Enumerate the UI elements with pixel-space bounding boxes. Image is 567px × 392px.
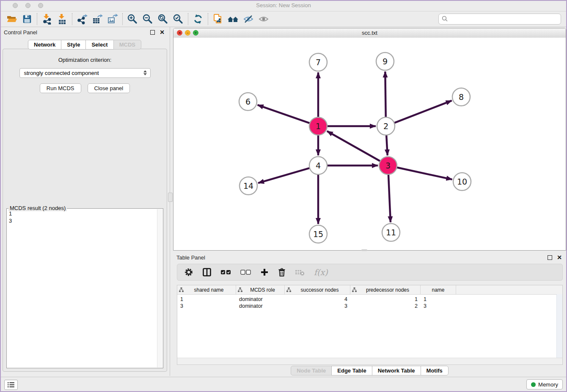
tab-network-table[interactable]: Network Table [372, 366, 421, 375]
graph-edge-4-14[interactable] [258, 168, 311, 183]
column-header-successor-nodes[interactable]: successor nodes [285, 285, 350, 294]
tab-node-table[interactable]: Node Table [291, 366, 332, 375]
task-history-button[interactable] [4, 380, 18, 390]
splitter-grip[interactable] [168, 193, 173, 202]
add-column-button[interactable] [260, 268, 269, 276]
close-panel-button[interactable]: Close panel [88, 83, 130, 93]
zoom-selected-button[interactable] [171, 13, 186, 25]
graph-edge-1-6[interactable] [258, 105, 311, 124]
zoom-out-icon [142, 14, 153, 25]
graph-edge-2-9[interactable] [385, 72, 385, 118]
import-table-button[interactable] [55, 13, 70, 25]
network-maximize-button[interactable]: + [193, 30, 198, 36]
toolbar-separator [122, 13, 123, 25]
table-cell[interactable]: 3 [285, 303, 350, 309]
table-cell[interactable]: 2 [350, 303, 421, 309]
table-cell[interactable]: 4 [285, 296, 350, 302]
open-folder-icon [6, 14, 17, 25]
mcds-result-text[interactable]: 1 3 [9, 210, 157, 367]
function-builder-button[interactable]: f(x) [314, 268, 328, 277]
window-minimize-button[interactable] [25, 3, 30, 8]
delete-table-button[interactable] [295, 268, 305, 276]
graph-edge-2-8[interactable] [394, 101, 452, 123]
refresh-icon [193, 14, 204, 25]
network-graph: 7968124314101511 [173, 38, 566, 250]
hide-selected-button[interactable] [241, 13, 256, 25]
table-vertical-scrollbar[interactable] [556, 294, 562, 358]
graph-node-label: 10 [457, 177, 467, 186]
tab-mcds[interactable]: MCDS [113, 40, 141, 50]
memory-button[interactable]: Memory [526, 379, 563, 389]
table-row: 1dominator411 [177, 296, 562, 303]
graph-node-label: 2 [383, 121, 388, 131]
window-zoom-button[interactable] [38, 3, 43, 8]
zoom-selected-icon [173, 14, 184, 25]
graph-edge-2-3[interactable] [386, 134, 388, 155]
network-window-titlebar[interactable]: ✕ − + scc.txt [173, 28, 566, 38]
table-cell[interactable]: dominator [236, 296, 285, 302]
horizontal-splitter-grip[interactable] [361, 249, 367, 251]
columns-icon [202, 268, 212, 277]
window-close-button[interactable] [13, 3, 18, 8]
column-header-name[interactable]: name [421, 285, 456, 294]
table-cell[interactable]: dominator [236, 303, 285, 309]
show-all-button[interactable] [256, 13, 271, 25]
tab-edge-table[interactable]: Edge Table [331, 366, 372, 375]
table-toolbar: f(x) [177, 264, 563, 281]
table-cell[interactable]: 3 [421, 303, 456, 309]
column-header-shared-name[interactable]: shared name [177, 285, 236, 294]
tab-select[interactable]: Select [85, 40, 113, 50]
export-network-button[interactable] [74, 13, 90, 25]
column-header-predecessor-nodes[interactable]: predecessor nodes [350, 285, 421, 294]
delete-column-button[interactable] [278, 268, 286, 277]
search-input[interactable] [438, 14, 561, 25]
table-cell[interactable]: 1 [177, 296, 236, 302]
titlebar: Session: New Session [0, 0, 567, 11]
table-cell[interactable]: 1 [350, 296, 421, 302]
deselect-all-button[interactable] [240, 269, 251, 275]
table-settings-button[interactable] [184, 268, 193, 277]
graph-node-label: 11 [386, 228, 396, 237]
table-panel-header: Table Panel ✕ [173, 252, 567, 263]
table-cell[interactable]: 3 [177, 303, 236, 309]
close-table-panel-icon[interactable]: ✕ [557, 255, 562, 260]
float-panel-icon[interactable] [150, 30, 155, 35]
select-all-button[interactable] [220, 269, 231, 275]
graph-edge-3-11[interactable] [388, 174, 391, 222]
table-horizontal-scrollbar[interactable] [177, 358, 562, 364]
export-table-icon [92, 14, 103, 25]
export-table-button[interactable] [90, 13, 105, 25]
show-column-button[interactable] [202, 268, 212, 277]
graph-edge-3-10[interactable] [396, 167, 452, 179]
clone-network-button[interactable] [210, 13, 226, 25]
run-mcds-button[interactable]: Run MCDS [40, 83, 81, 93]
open-file-button[interactable] [4, 13, 19, 25]
attribute-icon [352, 287, 357, 292]
tab-motifs[interactable]: Motifs [421, 366, 449, 375]
import-network-button[interactable] [39, 13, 55, 25]
network-minimize-button[interactable]: − [185, 30, 190, 36]
network-close-button[interactable]: ✕ [177, 30, 182, 36]
save-session-button[interactable] [19, 13, 35, 25]
zoom-out-button[interactable] [140, 13, 155, 25]
control-panel-header: Control Panel ✕ [0, 27, 170, 38]
tab-style[interactable]: Style [61, 40, 86, 50]
column-header-mcds-role[interactable]: MCDS role [236, 285, 285, 294]
network-view-window: ✕ − + scc.txt 7968124314101511 [173, 28, 566, 251]
graph-edge-3-1[interactable] [327, 131, 381, 162]
close-panel-icon[interactable]: ✕ [160, 30, 165, 35]
attribute-icon [286, 287, 291, 292]
float-table-panel-icon[interactable] [548, 255, 552, 260]
tab-network[interactable]: Network [28, 40, 61, 50]
attribute-icon [179, 287, 184, 292]
refresh-layout-button[interactable] [190, 13, 206, 25]
export-image-button[interactable] [105, 13, 120, 25]
result-scrollbar[interactable] [157, 209, 162, 367]
network-canvas[interactable]: 7968124314101511 [173, 38, 566, 250]
zoom-fit-button[interactable] [155, 13, 171, 25]
zoom-in-button[interactable] [125, 13, 140, 25]
first-neighbors-button[interactable] [226, 13, 241, 25]
criterion-select[interactable]: strongly connected component [19, 68, 151, 78]
unchecked-boxes-icon [240, 269, 251, 275]
table-cell[interactable]: 1 [421, 296, 456, 302]
